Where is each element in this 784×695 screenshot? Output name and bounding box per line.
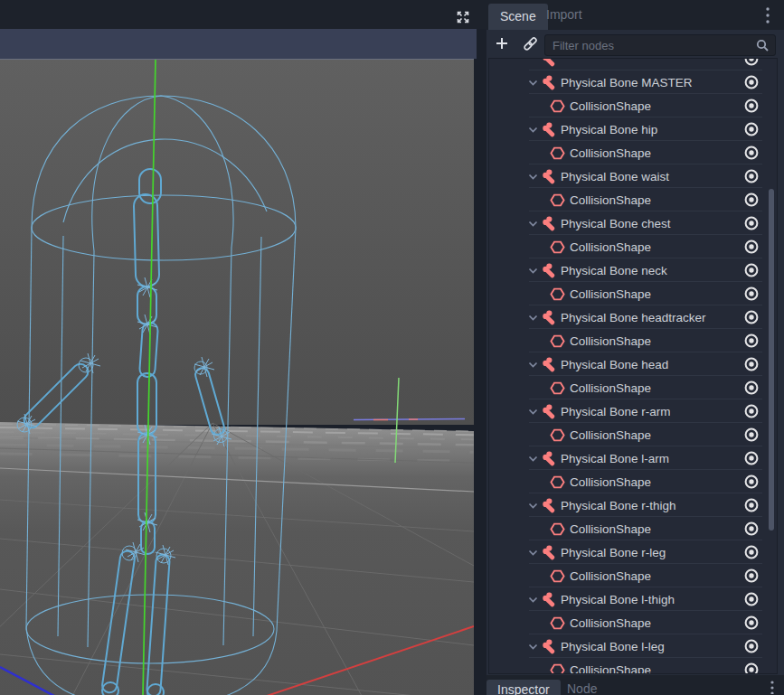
tree-row-physical-bone[interactable]: Physical Bone chest [489, 211, 777, 235]
collapse-toggle[interactable] [528, 313, 540, 323]
node-label: Physical Bone l-leg [561, 640, 665, 653]
tree-row-collision-shape[interactable]: CollisionShape [489, 658, 777, 674]
collapse-toggle[interactable] [528, 501, 540, 511]
tree-row-collision-shape[interactable]: CollisionShape [489, 611, 777, 634]
visibility-toggle-button[interactable] [743, 403, 760, 419]
visibility-toggle-button[interactable] [743, 98, 760, 114]
tree-row-collision-shape[interactable]: CollisionShape [489, 235, 777, 258]
eye-icon [743, 239, 760, 255]
visibility-toggle-button[interactable] [743, 145, 760, 161]
visibility-toggle-button[interactable] [743, 74, 760, 90]
collapse-toggle[interactable] [528, 78, 540, 88]
tree-row-collision-shape[interactable]: CollisionShape [489, 94, 777, 117]
visibility-toggle-button[interactable] [743, 168, 760, 184]
visibility-toggle-button[interactable] [743, 192, 760, 208]
add-node-button[interactable] [495, 36, 509, 51]
tree-row-collision-shape[interactable]: CollisionShape [489, 329, 777, 352]
collapse-toggle[interactable] [528, 548, 540, 558]
visibility-toggle-button[interactable] [743, 544, 760, 560]
tree-row-physical-bone[interactable]: Physical Bone r-leg [489, 540, 777, 564]
eye-icon [743, 591, 760, 607]
visibility-toggle-button[interactable] [743, 309, 760, 325]
visibility-toggle-button[interactable] [743, 427, 760, 443]
tree-row-collision-shape[interactable]: CollisionShape [489, 188, 777, 211]
visibility-toggle-button[interactable] [743, 121, 760, 137]
visibility-toggle-button[interactable] [743, 591, 760, 607]
3d-viewport[interactable] [0, 59, 474, 695]
tree-row-collision-shape[interactable]: CollisionShape [489, 141, 777, 164]
chevron-down-icon [528, 548, 538, 558]
collapse-toggle[interactable] [528, 407, 540, 417]
visibility-toggle-button[interactable] [743, 215, 760, 231]
tree-row-physical-bone[interactable]: Physical Bone neck [489, 258, 777, 282]
chevron-down-icon [528, 407, 538, 417]
collapse-toggle[interactable] [528, 454, 540, 464]
chevron-down-icon [528, 642, 538, 652]
bottom-dock-menu-button[interactable] [770, 680, 775, 694]
physical-bone-icon [541, 58, 556, 67]
tree-row-collision-shape[interactable]: CollisionShape [489, 564, 777, 587]
node-label: Physical Bone r-arm [561, 405, 671, 418]
tab-import[interactable]: Import [546, 0, 582, 30]
tree-row-physical-bone[interactable]: Physical Bone l-arm [489, 446, 777, 470]
chevron-down-icon [528, 172, 538, 182]
collapse-toggle[interactable] [528, 125, 540, 135]
viewport-header-bar [0, 0, 486, 29]
visibility-toggle-button[interactable] [743, 450, 760, 466]
visibility-toggle-button[interactable] [743, 239, 760, 255]
collapse-toggle[interactable] [528, 266, 540, 276]
tree-row-physical-bone[interactable]: Physical Bone l-thigh [489, 587, 777, 611]
collapse-toggle[interactable] [528, 360, 540, 370]
godot-editor-window: Scene Import [0, 0, 784, 695]
collapse-toggle[interactable] [528, 219, 540, 229]
clipped-node-icon [541, 58, 556, 67]
collision-shape-icon [550, 193, 565, 208]
node-label: CollisionShape [570, 616, 651, 630]
collapse-toggle[interactable] [528, 172, 540, 182]
visibility-toggle-button[interactable] [743, 286, 760, 302]
tab-node[interactable]: Node [567, 680, 597, 695]
expand-viewport-button[interactable] [452, 7, 474, 27]
visibility-toggle-button[interactable] [743, 568, 760, 584]
dock-menu-button[interactable] [765, 6, 770, 24]
visibility-toggle-button[interactable] [743, 521, 760, 537]
tree-row-physical-bone[interactable]: Physical Bone l-leg [489, 634, 777, 658]
tree-row-physical-bone[interactable]: Physical Bone r-thigh [489, 493, 777, 517]
collapse-toggle[interactable] [528, 595, 540, 605]
visibility-toggle-button[interactable] [743, 333, 760, 349]
tab-inspector[interactable]: Inspector [486, 680, 561, 695]
tree-row-physical-bone[interactable]: Physical Bone headtracker [489, 305, 777, 329]
node-label: Physical Bone head [561, 358, 668, 371]
instance-scene-button[interactable] [523, 36, 538, 52]
visibility-toggle-button[interactable] [743, 262, 760, 278]
tab-scene[interactable]: Scene [488, 4, 548, 30]
visibility-toggle-button[interactable] [743, 58, 760, 67]
tree-row-physical-bone[interactable]: Physical Bone r-arm [489, 399, 777, 423]
visibility-toggle-button[interactable] [743, 380, 760, 396]
tree-scrollbar-thumb[interactable] [769, 189, 774, 531]
tree-row-collision-shape[interactable]: CollisionShape [489, 423, 777, 446]
eye-icon [743, 121, 760, 137]
tree-row-collision-shape[interactable]: CollisionShape [489, 470, 777, 493]
scene-tree[interactable]: Physical Bone MASTER CollisionShape Phys… [488, 58, 778, 674]
visibility-toggle-button[interactable] [743, 356, 760, 372]
tree-row-physical-bone[interactable]: Physical Bone MASTER [489, 70, 777, 94]
tree-row-physical-bone[interactable]: Physical Bone hip [489, 117, 777, 141]
filter-nodes-input[interactable] [544, 34, 776, 56]
tree-scrollbar[interactable] [768, 60, 775, 672]
visibility-toggle-button[interactable] [743, 638, 760, 654]
visibility-toggle-button[interactable] [743, 497, 760, 513]
visibility-toggle-button[interactable] [743, 662, 760, 674]
collapse-toggle[interactable] [528, 642, 540, 652]
tree-row-collision-shape[interactable]: CollisionShape [489, 517, 777, 540]
visibility-toggle-button[interactable] [743, 474, 760, 490]
chevron-down-icon [528, 219, 538, 229]
tree-row-collision-shape[interactable]: CollisionShape [489, 376, 777, 399]
tree-row-clipped[interactable] [489, 58, 777, 70]
physical-bone-icon [541, 592, 556, 607]
tree-row-physical-bone[interactable]: Physical Bone waist [489, 164, 777, 188]
visibility-toggle-button[interactable] [743, 615, 760, 631]
tree-row-physical-bone[interactable]: Physical Bone head [489, 352, 777, 376]
bottom-dock-tabbar: Inspector Node [486, 675, 784, 695]
tree-row-collision-shape[interactable]: CollisionShape [489, 282, 777, 305]
